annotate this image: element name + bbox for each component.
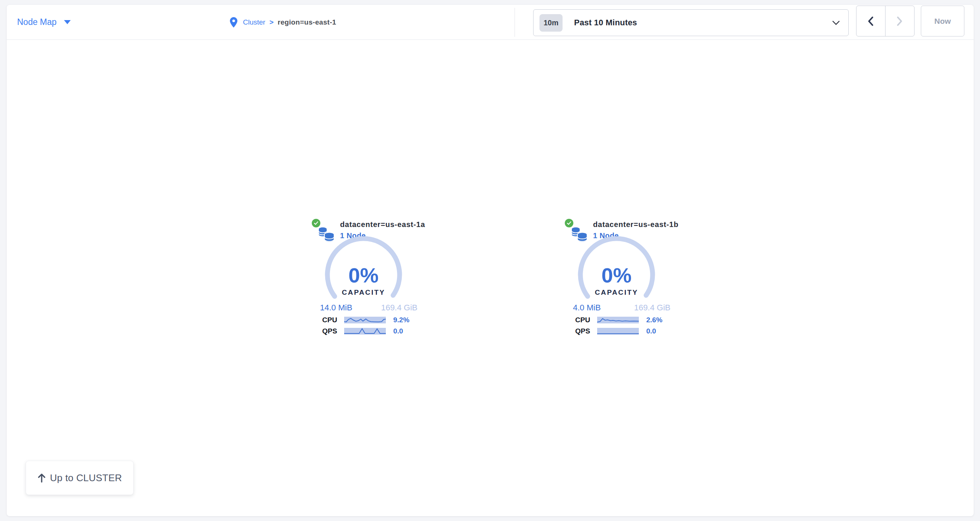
check-icon <box>313 220 319 226</box>
health-check-icon <box>311 218 321 228</box>
datacenter-card[interactable]: datacenter=us-east-1b 1 Node 0% CAPACITY… <box>565 218 673 343</box>
cpu-value: 2.6% <box>646 316 662 324</box>
time-range-badge: 10m <box>539 14 563 32</box>
cpu-metric-row: CPU 9.2% <box>322 316 409 324</box>
qps-label: QPS <box>575 327 597 335</box>
breadcrumb-cluster-link[interactable]: Cluster <box>243 18 265 26</box>
datacenter-card[interactable]: datacenter=us-east-1a 1 Node 0% CAPACITY… <box>312 218 420 343</box>
time-pager <box>856 6 915 37</box>
chevron-left-icon <box>867 16 874 26</box>
caret-down-icon <box>64 20 71 24</box>
time-next-button[interactable] <box>886 6 915 36</box>
cpu-sparkline <box>597 317 639 323</box>
breadcrumb: Cluster > region=us-east-1 <box>229 5 336 40</box>
view-selector-label: Node Map <box>17 17 57 27</box>
health-check-icon <box>564 218 574 228</box>
now-button[interactable]: Now <box>921 6 964 37</box>
cpu-label: CPU <box>575 316 597 324</box>
capacity-percentage: 0% <box>324 263 403 287</box>
database-stack-icon <box>570 225 588 244</box>
breadcrumb-current: region=us-east-1 <box>278 18 336 26</box>
capacity-label: CAPACITY <box>577 288 656 296</box>
chevron-down-icon <box>832 20 840 25</box>
time-range-label: Past 10 Minutes <box>574 18 832 27</box>
cpu-metric-row: CPU 2.6% <box>575 316 662 324</box>
capacity-used: 4.0 MiB <box>573 303 601 312</box>
check-icon <box>566 220 572 226</box>
up-to-cluster-label: Up to CLUSTER <box>50 472 122 484</box>
location-pin-icon <box>229 17 238 28</box>
breadcrumb-separator: > <box>269 18 274 26</box>
header-divider-line <box>7 40 974 40</box>
header-section-divider <box>515 8 515 37</box>
qps-label: QPS <box>322 327 344 335</box>
node-map-page: Node Map Cluster > region=us-east-1 10m … <box>0 0 980 521</box>
cpu-value: 9.2% <box>393 316 409 324</box>
qps-sparkline <box>344 328 386 335</box>
capacity-used: 14.0 MiB <box>320 303 352 312</box>
view-selector[interactable]: Node Map <box>17 5 71 40</box>
datacenter-title: datacenter=us-east-1b <box>593 220 679 229</box>
up-to-cluster-button[interactable]: Up to CLUSTER <box>25 461 134 495</box>
capacity-label: CAPACITY <box>324 288 403 296</box>
capacity-total: 169.4 GiB <box>381 303 417 312</box>
qps-metric-row: QPS 0.0 <box>322 327 403 335</box>
qps-value: 0.0 <box>393 327 403 335</box>
cpu-sparkline <box>344 317 386 323</box>
capacity-total: 169.4 GiB <box>634 303 670 312</box>
chevron-right-icon <box>896 16 903 26</box>
main-panel <box>7 5 974 516</box>
qps-metric-row: QPS 0.0 <box>575 327 656 335</box>
database-stack-icon <box>317 225 335 244</box>
time-prev-button[interactable] <box>856 6 886 36</box>
qps-sparkline <box>597 328 639 335</box>
cpu-label: CPU <box>322 316 344 324</box>
time-range-picker[interactable]: 10m Past 10 Minutes <box>533 9 849 36</box>
arrow-up-icon <box>37 473 46 483</box>
qps-value: 0.0 <box>646 327 656 335</box>
datacenter-title: datacenter=us-east-1a <box>340 220 425 229</box>
capacity-percentage: 0% <box>577 263 656 287</box>
